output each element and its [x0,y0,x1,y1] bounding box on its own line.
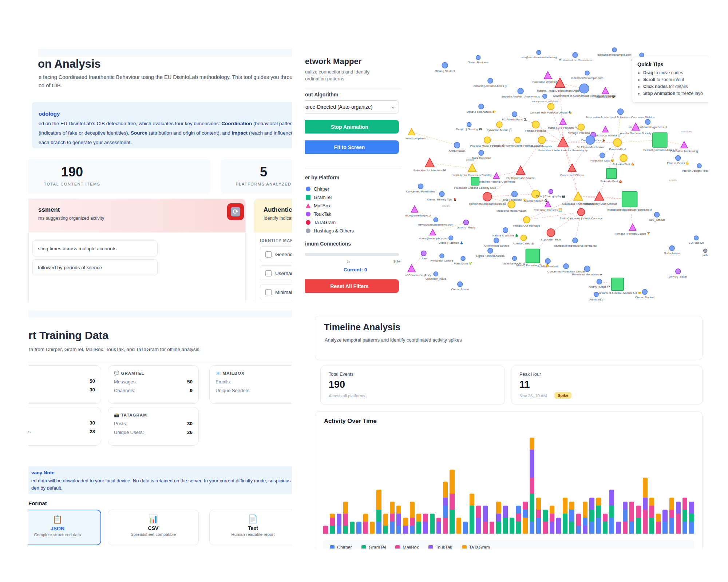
graph-node[interactable] [611,278,624,290]
checkbox[interactable] [265,251,272,258]
graph-node[interactable] [544,71,552,79]
graph-node[interactable] [547,103,554,110]
graph-node[interactable] [622,192,637,207]
graph-node[interactable] [629,224,636,230]
graph-node[interactable] [697,164,701,168]
graph-node[interactable] [545,259,550,264]
graph-node[interactable] [518,88,523,94]
graph-node[interactable] [618,109,624,115]
graph-node[interactable] [408,264,415,272]
graph-node[interactable] [537,50,541,55]
graph-node[interactable] [595,192,604,200]
graph-node[interactable] [532,121,539,128]
graph-node[interactable] [488,78,493,83]
graph-node[interactable] [547,229,555,237]
graph-node[interactable] [483,192,492,201]
graph-node[interactable] [600,153,605,158]
stop-animation-button[interactable]: Stop Animation [305,120,399,133]
graph-node[interactable] [503,228,508,233]
graph-node[interactable] [574,192,583,200]
graph-node[interactable] [411,206,418,212]
graph-node[interactable] [579,84,589,93]
platform-filter-gramtel[interactable]: GramTel [306,193,405,202]
graph-node[interactable] [669,246,674,251]
graph-node[interactable] [558,137,568,147]
graph-node[interactable] [538,136,545,144]
graph-node[interactable] [484,137,491,143]
graph-node[interactable] [516,166,525,175]
graph-node[interactable] [463,220,468,225]
graph-node[interactable] [681,141,688,148]
graph-node[interactable] [425,158,434,167]
coordination-item[interactable]: followed by periods of silence [32,259,158,275]
graph-node[interactable] [676,155,681,160]
graph-node[interactable] [585,71,589,75]
graph-node[interactable] [494,238,499,243]
graph-node[interactable] [513,256,517,261]
graph-node[interactable] [440,254,444,258]
graph-node[interactable] [543,94,547,99]
graph-node[interactable] [573,238,578,243]
graph-node[interactable] [653,133,667,147]
platform-filter-chirper[interactable]: Chirper [306,185,405,193]
platform-filter-touktak[interactable]: ToukTak [306,210,405,218]
graph-node[interactable] [654,212,660,217]
graph-node[interactable] [439,192,444,197]
graph-node[interactable] [526,249,539,263]
graph-node[interactable] [573,52,578,57]
graph-node[interactable] [449,236,453,240]
format-card-csv[interactable]: 📊CSVSpreadsheet compatible [108,510,199,545]
graph-node[interactable] [434,218,438,222]
graph-node[interactable] [594,292,598,297]
graph-node[interactable] [613,139,621,147]
graph-node[interactable] [642,290,647,295]
fit-to-screen-button[interactable]: Fit to Screen [305,140,399,154]
graph-node[interactable] [408,128,415,135]
graph-node[interactable] [488,248,493,253]
graph-node[interactable] [471,177,479,185]
platform-filter-mailbox[interactable]: MailBox [306,202,405,210]
identity-marker-item[interactable]: Minimal or generic biographical informat… [260,284,292,300]
format-card-json[interactable]: 📋JSONComplete structured data [28,510,101,545]
graph-node[interactable] [645,119,650,124]
graph-node[interactable] [586,136,595,144]
graph-node[interactable] [442,63,448,68]
connections-slider[interactable] [305,253,399,256]
platform-filter-tatagram[interactable]: TaTaGram [306,218,405,227]
graph-node[interactable] [578,208,585,216]
graph-node[interactable] [676,269,681,274]
graph-node[interactable] [602,87,609,94]
layout-algorithm-select[interactable]: orce-Directed (Auto-organize) ⌄ [305,100,399,113]
graph-node[interactable] [694,236,699,240]
graph-node[interactable] [584,266,590,272]
graph-node[interactable] [612,48,617,52]
graph-node[interactable] [461,256,465,261]
graph-node[interactable] [521,235,526,241]
network-graph-canvas[interactable]: emailsposts inmentionsemailsemailsOlena … [405,47,708,305]
graph-node[interactable] [704,249,707,252]
graph-node[interactable] [606,168,617,179]
graph-node[interactable] [479,104,484,109]
graph-node[interactable] [508,201,515,208]
graph-node[interactable] [476,55,480,60]
graph-node[interactable] [578,124,585,130]
graph-node[interactable] [468,164,476,172]
graph-node[interactable] [454,142,460,148]
graph-node[interactable] [515,137,521,143]
graph-node[interactable] [493,173,499,179]
graph-node[interactable] [512,191,518,197]
identity-marker-item[interactable]: Usernames following patterns (random str… [260,265,292,281]
checkbox[interactable] [265,270,272,276]
graph-node[interactable] [479,150,484,155]
graph-node[interactable] [559,118,566,125]
coordination-item[interactable]: sting times across multiple accounts [32,240,158,256]
graph-node[interactable] [512,112,517,117]
format-card-text[interactable]: 📄TextHuman-readable report [209,510,292,545]
graph-node[interactable] [549,189,553,194]
graph-node[interactable] [496,121,502,127]
graph-node[interactable] [620,154,627,162]
platform-filter-hashtags-others[interactable]: Hashtags & Others [306,227,405,235]
graph-node[interactable] [602,126,609,132]
checkbox[interactable] [265,289,272,295]
graph-node[interactable] [563,264,569,269]
